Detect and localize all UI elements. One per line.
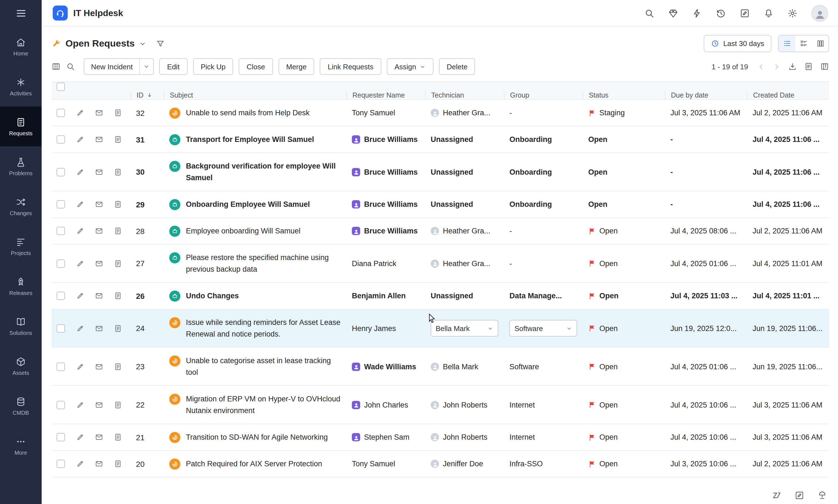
row-checkbox[interactable] — [57, 135, 65, 144]
export-icon[interactable] — [788, 62, 797, 71]
mail-icon[interactable] — [95, 200, 103, 209]
request-subject[interactable]: Migration of ERP VM on Hyper-V to OVHclo… — [186, 393, 341, 416]
mail-icon[interactable] — [95, 135, 103, 144]
table-row[interactable]: 31 Transport for Employee Will Samuel Br… — [52, 126, 829, 153]
new-incident-button[interactable]: New Incident — [84, 58, 154, 75]
row-checkbox[interactable] — [57, 460, 65, 468]
row-checkbox[interactable] — [57, 433, 65, 442]
select-all-checkbox[interactable] — [57, 82, 65, 91]
sidebar-item-more[interactable]: More — [0, 426, 41, 466]
edit-icon[interactable] — [76, 135, 84, 144]
filter-icon[interactable] — [156, 39, 164, 48]
table-row[interactable]: 27 Please restore the specified machine … — [52, 245, 829, 283]
column-header-status[interactable]: Status — [583, 91, 665, 99]
notes-icon[interactable] — [114, 324, 122, 332]
sidebar-item-problems[interactable]: Problems — [0, 146, 41, 186]
request-subject[interactable]: Transition to SD-WAN for Agile Networkin… — [186, 431, 328, 443]
board-icon[interactable] — [820, 62, 829, 71]
new-incident-dropdown-icon[interactable] — [139, 59, 153, 74]
edit-icon[interactable] — [76, 292, 84, 300]
close-button[interactable]: Close — [239, 58, 273, 75]
assign-button[interactable]: Assign — [387, 58, 433, 75]
notes-icon[interactable] — [114, 168, 122, 176]
sidebar-item-solutions[interactable]: Solutions — [0, 306, 41, 346]
sidebar-item-home[interactable]: Home — [0, 26, 41, 67]
mail-icon[interactable] — [95, 259, 103, 268]
request-subject[interactable]: Unable to categorise asset in lease trac… — [186, 355, 341, 378]
notes-icon[interactable] — [114, 460, 122, 468]
mail-icon[interactable] — [95, 109, 103, 117]
row-checkbox[interactable] — [57, 109, 65, 117]
edit-icon[interactable] — [76, 362, 84, 371]
table-row[interactable]: 29 Onboarding Employee Will Samuel Bruce… — [52, 191, 829, 218]
launch-icon[interactable] — [668, 8, 678, 18]
sidebar-item-cmdb[interactable]: CMDB — [0, 386, 41, 426]
link-requests-button[interactable]: Link Requests — [320, 58, 381, 75]
notes-icon[interactable] — [114, 362, 122, 371]
zia-assistant-icon[interactable] — [772, 491, 781, 500]
column-header-technician[interactable]: Technician — [425, 91, 504, 99]
edit-icon[interactable] — [76, 460, 84, 468]
request-subject[interactable]: Transport for Employee Will Samuel — [186, 133, 314, 145]
request-subject[interactable]: Employee onboarding Will Samuel — [186, 225, 300, 237]
pick-up-button[interactable]: Pick Up — [193, 58, 233, 75]
edit-icon[interactable] — [76, 324, 84, 332]
request-subject[interactable]: Onboarding Employee Will Samuel — [186, 198, 310, 210]
column-header-group[interactable]: Group — [504, 91, 583, 99]
mail-icon[interactable] — [95, 292, 103, 300]
notes-icon[interactable] — [114, 401, 122, 409]
prev-page-button[interactable] — [757, 62, 765, 71]
next-page-button[interactable] — [772, 62, 781, 71]
sidebar-item-activities[interactable]: Activities — [0, 67, 41, 106]
edit-icon[interactable] — [76, 227, 84, 235]
zap-icon[interactable] — [692, 8, 702, 18]
column-header-created[interactable]: Created Date — [747, 91, 829, 99]
view-dropdown-chevron-icon[interactable] — [138, 40, 146, 48]
row-checkbox[interactable] — [57, 324, 65, 332]
row-checkbox[interactable] — [57, 259, 65, 268]
table-row[interactable]: 28 Employee onboarding Will Samuel Bruce… — [52, 218, 829, 245]
row-checkbox[interactable] — [57, 401, 65, 409]
request-subject[interactable]: Background verification for employee Wil… — [186, 160, 341, 183]
column-header-requester[interactable]: Requester Name — [346, 91, 425, 99]
report-icon[interactable] — [804, 62, 813, 71]
request-subject[interactable]: Issue while sending reminders for Asset … — [186, 317, 341, 340]
group-select[interactable]: Software — [509, 320, 577, 337]
feedback-icon[interactable] — [740, 8, 750, 18]
notes-icon[interactable] — [114, 292, 122, 300]
notes-icon[interactable] — [114, 227, 122, 235]
search-icon[interactable] — [644, 8, 654, 18]
row-checkbox[interactable] — [57, 227, 65, 235]
list-view-toggle[interactable] — [779, 35, 795, 52]
table-row[interactable]: 26 Undo Changes Benjamin Allen Unassigne… — [52, 283, 829, 309]
sidebar-item-requests[interactable]: Requests — [0, 106, 41, 146]
notes-icon[interactable] — [114, 259, 122, 268]
mail-icon[interactable] — [95, 460, 103, 468]
menu-icon[interactable] — [0, 0, 41, 26]
notes-icon[interactable] — [114, 200, 122, 209]
sidebar-item-releases[interactable]: Releases — [0, 266, 41, 306]
date-range-button[interactable]: Last 30 days — [704, 35, 771, 52]
notifications-icon[interactable] — [764, 8, 774, 18]
request-subject[interactable]: Undo Changes — [186, 290, 239, 302]
sidebar-item-assets[interactable]: Assets — [0, 346, 41, 386]
row-checkbox[interactable] — [57, 200, 65, 209]
sidebar-item-changes[interactable]: Changes — [0, 186, 41, 226]
edit-icon[interactable] — [76, 109, 84, 117]
mail-icon[interactable] — [95, 401, 103, 409]
mail-icon[interactable] — [95, 362, 103, 371]
lamp-icon[interactable] — [818, 491, 827, 500]
table-row[interactable]: 20 Patch Required for AIX Server Protect… — [52, 451, 829, 478]
request-subject[interactable]: Patch Required for AIX Server Protection — [186, 458, 322, 470]
edit-icon[interactable] — [76, 200, 84, 209]
edit-icon[interactable] — [76, 401, 84, 409]
settings-icon[interactable] — [787, 8, 798, 18]
column-header-due[interactable]: Due by date — [665, 91, 747, 99]
request-subject[interactable]: Unable to send mails from Help Desk — [186, 107, 310, 119]
request-subject[interactable]: Please restore the specified machine usi… — [186, 252, 341, 275]
sidebar-item-projects[interactable]: Projects — [0, 226, 41, 266]
row-checkbox[interactable] — [57, 292, 65, 300]
column-view-toggle[interactable] — [812, 35, 828, 52]
compose-icon[interactable] — [795, 491, 804, 500]
edit-icon[interactable] — [76, 433, 84, 442]
